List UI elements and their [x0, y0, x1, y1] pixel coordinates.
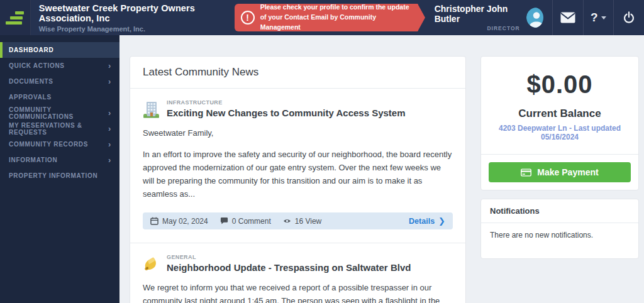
main-content: Latest Community News [119, 35, 644, 303]
help-menu-button[interactable]: ? [583, 0, 614, 35]
sidebar-item-quick-actions[interactable]: QUICK ACTIONS › [0, 58, 119, 74]
messages-button[interactable] [552, 0, 583, 35]
sidebar-item-community-records[interactable]: COMMUNITY RECORDS › [0, 136, 119, 152]
sidebar-item-approvals[interactable]: APPROVALS [0, 89, 119, 105]
calendar-icon [150, 217, 158, 225]
news-article: GENERAL Neighborhood Update - Trespassin… [130, 243, 465, 303]
chevron-right-icon: › [108, 77, 111, 85]
notifications-title: Notifications [481, 199, 638, 223]
news-card-title: Latest Community News [130, 57, 465, 89]
user-menu[interactable]: Christopher John Butler DIRECTOR [435, 0, 543, 35]
notifications-empty-message: There are no new notifications. [481, 223, 638, 258]
chevron-right-icon: ❯ [438, 216, 445, 226]
article-category: GENERAL [167, 254, 411, 260]
alert-message: Please check your profile to confirm the… [260, 3, 411, 32]
envelope-icon [560, 12, 575, 23]
building-icon [143, 101, 160, 118]
article-intro: Sweetwater Family, [143, 126, 453, 140]
avatar[interactable] [526, 8, 543, 28]
profile-alert-banner[interactable]: ! Please check your profile to confirm t… [235, 4, 418, 31]
sidebar-item-community-communications[interactable]: COMMUNITY COMMUNICATIONS › [0, 105, 119, 121]
article-views: 16 View [283, 217, 321, 226]
power-icon [622, 11, 636, 25]
chevron-down-icon [601, 16, 606, 19]
banner-arrow-tip [418, 4, 425, 31]
avatar-icon [526, 8, 543, 28]
sidebar-item-dashboard[interactable]: DASHBOARD [0, 42, 119, 58]
sidebar-item-information[interactable]: INFORMATION › [0, 152, 119, 168]
article-category: INFRASTRUCTURE [167, 99, 406, 106]
top-header: Sweetwater Creek Property Owners Associa… [0, 0, 644, 35]
sidebar-item-property-information[interactable]: PROPERTY INFORMATION [0, 168, 119, 184]
logout-button[interactable] [613, 0, 644, 35]
article-comments: 0 Comment [220, 217, 271, 226]
details-link[interactable]: Details ❯ [409, 216, 445, 226]
credit-card-icon [521, 168, 531, 177]
chevron-right-icon: › [108, 109, 111, 117]
balance-card: $0.00 Current Balance 4203 Deepwater Ln … [480, 56, 639, 190]
chevron-right-icon: › [108, 62, 111, 70]
help-icon: ? [591, 11, 598, 25]
latest-news-card: Latest Community News [130, 56, 466, 303]
balance-amount: $0.00 [490, 70, 630, 99]
article-body: We regret to inform you that we received… [143, 281, 453, 303]
chevron-right-icon: › [108, 124, 111, 133]
app-logo[interactable] [0, 0, 31, 35]
user-name: Christopher John Butler [435, 4, 520, 24]
article-title[interactable]: Neighborhood Update - Trespassing on Sal… [167, 262, 411, 273]
org-title-block: Sweetwater Creek Property Owners Associa… [39, 0, 235, 35]
sidebar-item-my-reservations-requests[interactable]: MY RESERVATIONS & REQUESTS › [0, 121, 119, 136]
article-body: In an effort to improve the safety and s… [143, 148, 453, 201]
balance-property-info[interactable]: 4203 Deepwater Ln - Last updated 05/16/2… [490, 124, 630, 141]
logo-bar [6, 21, 22, 25]
article-date: May 02, 2024 [150, 217, 208, 226]
exclamation-circle-icon: ! [241, 11, 255, 25]
eye-icon [283, 217, 291, 225]
article-title[interactable]: Exciting New Changes to Community Access… [167, 107, 406, 118]
right-column: $0.00 Current Balance 4203 Deepwater Ln … [480, 56, 639, 259]
article-meta-bar: May 02, 2024 0 Comment 16 View [143, 212, 453, 229]
sidebar-nav: DASHBOARD QUICK ACTIONS › DOCUMENTS › AP… [0, 35, 119, 303]
management-company: Wise Property Management, Inc. [39, 25, 235, 33]
news-article: INFRASTRUCTURE Exciting New Changes to C… [130, 89, 465, 243]
comment-icon [220, 217, 228, 225]
logo-bar [10, 16, 23, 19]
balance-label: Current Balance [490, 107, 630, 120]
logo-bar [15, 11, 24, 14]
user-role-badge: DIRECTOR [487, 25, 519, 31]
org-name: Sweetwater Creek Property Owners Associa… [39, 3, 235, 23]
chevron-right-icon: › [108, 140, 111, 148]
notifications-card: Notifications There are no new notificat… [480, 199, 639, 259]
horn-icon [143, 256, 160, 273]
make-payment-button[interactable]: Make Payment [489, 162, 631, 182]
sidebar-item-documents[interactable]: DOCUMENTS › [0, 74, 119, 89]
chevron-right-icon: › [108, 156, 111, 164]
